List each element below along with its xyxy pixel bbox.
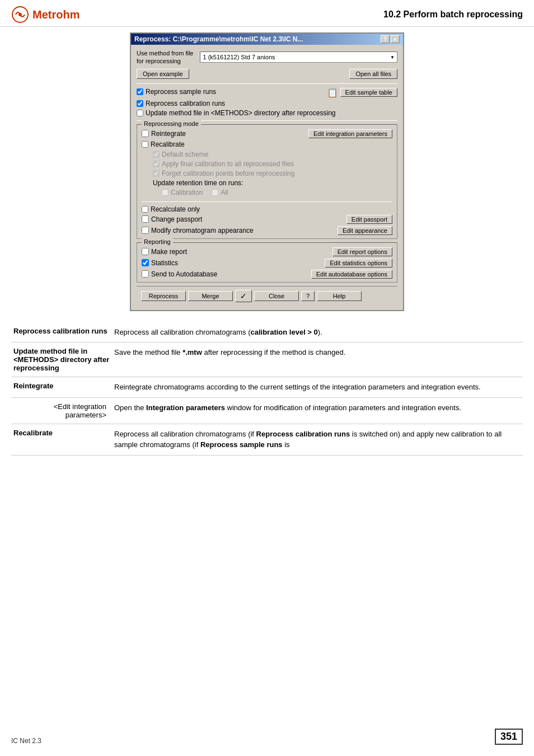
edit-integration-button[interactable]: Edit integration parameters (308, 129, 392, 138)
send-autodatabase-label: Send to Autodatabase (151, 270, 217, 278)
page-footer: IC Net 2.3 351 (0, 723, 534, 750)
statistics-label: Statistics (151, 259, 178, 267)
default-scheme-label: Default scheme (162, 151, 208, 158)
recalibrate-options: Default scheme Apply final calibration t… (153, 151, 392, 198)
recalculate-label: Recalculate only (151, 205, 200, 213)
dialog-titlebar: Reprocess: C:\Programme\metrohm\IC Net 2… (131, 34, 403, 45)
doc-row-reintegrate: Reintegrate Reintegrate chromatograms ac… (11, 377, 523, 398)
apply-final-label: Apply final calibration to all reprocess… (162, 160, 294, 168)
reprocess-sample-label: Reprocess sample runs (146, 88, 216, 96)
doc-term-update-method: Update method file in <METHODS> director… (11, 342, 112, 377)
reporting-content: Make report Edit report options Statisti… (142, 247, 392, 279)
open-buttons-row: Open example Open all files (137, 69, 397, 79)
doc-row-update-method: Update method file in <METHODS> director… (11, 342, 523, 377)
calibration-checkbox-row: Calibration (162, 189, 203, 196)
doc-desc-update-method: Save the method file *.mtw after reproce… (112, 342, 523, 377)
doc-term-reintegrate: Reintegrate (11, 377, 112, 398)
default-scheme-checkbox[interactable] (153, 151, 160, 158)
metrohm-logo-icon (11, 6, 29, 24)
all-checkbox-row: All (212, 189, 228, 196)
page-header: Metrohm 10.2 Perform batch reprocessing (0, 0, 534, 27)
update-retention-label: Update retention time on runs: (153, 179, 243, 187)
all-checkbox[interactable] (212, 189, 218, 196)
forget-calibration-checkbox[interactable] (153, 170, 160, 177)
doc-row-reprocess-cal: Reprocess calibration runs Reprocess all… (11, 322, 523, 342)
doc-desc-reintegrate: Reintegrate chromatograms according to t… (112, 377, 523, 398)
close-button[interactable]: Close (254, 291, 299, 301)
doc-table: Reprocess calibration runs Reprocess all… (11, 322, 523, 456)
all-label: All (221, 189, 228, 196)
close-titlebar-button[interactable]: × (391, 35, 400, 43)
method-dropdown[interactable]: 1 (k5161212) Std 7 anions ▼ (200, 51, 397, 63)
edit-statistics-button[interactable]: Edit statistics options (325, 259, 392, 267)
reprocess-sample-checkbox[interactable] (137, 88, 143, 95)
doc-term-edit-integration: <Edit integration parameters> (11, 397, 112, 424)
reprocess-calibration-checkbox[interactable] (137, 100, 143, 107)
separator-1 (137, 83, 397, 84)
dialog-title: Reprocess: C:\Programme\metrohm\IC Net 2… (134, 35, 303, 43)
forget-calibration-label: Forget calibration points before reproce… (162, 170, 294, 177)
dialog-body: Use method from file for reprocessing 1 … (131, 45, 403, 310)
edit-appearance-button[interactable]: Edit appearance (338, 226, 392, 235)
doc-row-edit-integration: <Edit integration parameters> Open the I… (11, 397, 523, 424)
calibration-label: Calibration (171, 189, 203, 196)
dialog-bottom-buttons: Reprocess Merge ✓ Close ? Help (137, 286, 397, 306)
recalibrate-checkbox[interactable] (142, 141, 148, 148)
method-row: Use method from file for reprocessing 1 … (137, 49, 397, 65)
recalculate-row: Recalculate only (142, 205, 392, 213)
logo-area: Metrohm (11, 6, 79, 24)
calibration-checkbox[interactable] (162, 189, 168, 196)
question-button[interactable]: ? (301, 291, 315, 301)
default-scheme-row: Default scheme (153, 151, 392, 158)
update-method-checkbox[interactable] (137, 110, 143, 116)
edit-report-button[interactable]: Edit report options (332, 247, 392, 256)
reprocess-sample-checkbox-row: Reprocess sample runs (137, 88, 216, 96)
make-report-label: Make report (151, 248, 187, 256)
make-report-checkbox[interactable] (142, 248, 149, 255)
reprocessing-mode-label: Reprocessing mode (142, 120, 201, 127)
edit-sample-table-button[interactable]: Edit sample table (340, 88, 397, 97)
merge-button[interactable]: Merge (188, 291, 233, 301)
modify-appearance-row: Modify chromatogram appearance Edit appe… (142, 226, 392, 235)
doc-desc-edit-integration: Open the Integration parameters window f… (112, 397, 523, 424)
open-all-files-button[interactable]: Open all files (349, 69, 397, 79)
footer-left: IC Net 2.3 (11, 737, 41, 745)
open-example-button[interactable]: Open example (137, 69, 189, 79)
update-method-checkbox-row: Update method file in <METHODS> director… (137, 109, 397, 117)
reprocess-calibration-label: Reprocess calibration runs (146, 100, 225, 107)
doc-term-reprocess-cal: Reprocess calibration runs (11, 322, 112, 342)
statistics-row: Statistics Edit statistics options (142, 259, 392, 267)
reprocess-calibration-checkbox-row: Reprocess calibration runs (137, 100, 397, 107)
apply-final-checkbox[interactable] (153, 161, 160, 167)
doc-term-recalibrate: Recalibrate (11, 424, 112, 455)
reprocess-button[interactable]: Reprocess (141, 291, 186, 301)
modify-appearance-label: Modify chromatogram appearance (151, 227, 254, 234)
make-report-row: Make report Edit report options (142, 247, 392, 256)
send-autodatabase-row: Send to Autodatabase Edit autodatabase o… (142, 270, 392, 279)
titlebar-buttons: ? × (381, 35, 400, 43)
statistics-checkbox[interactable] (142, 259, 149, 266)
doc-row-recalibrate: Recalibrate Reprocess all calibration ch… (11, 424, 523, 455)
edit-sample-icon: 📋 (327, 87, 338, 98)
reprocess-sample-row: Reprocess sample runs 📋 Edit sample tabl… (137, 87, 397, 98)
recalculate-checkbox[interactable] (142, 206, 148, 213)
forget-calibration-row: Forget calibration points before reproce… (153, 170, 392, 177)
reprocessing-mode-group: Reprocessing mode Reintegrate Edit integ… (137, 124, 397, 239)
recalibrate-row: Recalibrate (142, 140, 392, 148)
checkmark-button[interactable]: ✓ (235, 290, 252, 302)
edit-autodatabase-button[interactable]: Edit autodatabase options (311, 270, 392, 279)
apply-final-row: Apply final calibration to all reprocess… (153, 160, 392, 168)
reprocess-dialog: Reprocess: C:\Programme\metrohm\IC Net 2… (130, 32, 404, 311)
doc-desc-reprocess-cal: Reprocess all calibration chromatograms … (112, 322, 523, 342)
reintegrate-row: Reintegrate Edit integration parameters (142, 129, 392, 138)
svg-point-1 (18, 13, 22, 16)
send-autodatabase-checkbox[interactable] (142, 270, 149, 278)
change-passport-checkbox[interactable] (142, 215, 149, 223)
reintegrate-checkbox[interactable] (142, 130, 149, 137)
edit-passport-button[interactable]: Edit passport (346, 215, 392, 224)
help-button[interactable]: Help (317, 291, 362, 301)
recalibrate-label: Recalibrate (151, 140, 185, 148)
logo-text: Metrohm (32, 8, 79, 21)
help-titlebar-button[interactable]: ? (381, 35, 390, 43)
modify-appearance-checkbox[interactable] (142, 227, 149, 234)
